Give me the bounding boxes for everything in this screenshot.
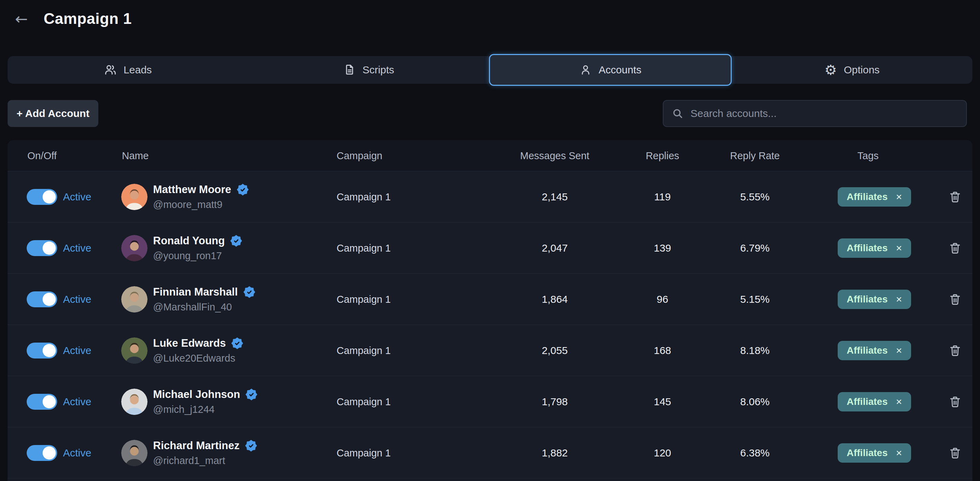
- tag-label: Affiliates: [847, 294, 888, 305]
- tag-label: Affiliates: [847, 345, 888, 356]
- campaign-cell: Campaign 1: [337, 325, 391, 376]
- status-label: Active: [63, 427, 91, 479]
- delete-account-button[interactable]: [943, 222, 967, 274]
- toggle-knob: [43, 241, 56, 255]
- table-row: Active Luke Edwards @Luke20Edwards Campa…: [8, 325, 972, 376]
- tab-label: Accounts: [599, 64, 641, 76]
- column-header-tags: Tags: [858, 140, 878, 171]
- replies-cell: 145: [628, 376, 697, 427]
- delete-account-button[interactable]: [943, 325, 967, 376]
- tags-cell: Affiliates ×: [838, 238, 911, 258]
- verified-badge-icon: [245, 440, 257, 452]
- table-row: Active Richard Martinez @richard1_mart C…: [8, 427, 972, 479]
- remove-tag-icon[interactable]: ×: [896, 192, 902, 202]
- tab-accounts[interactable]: Accounts: [489, 54, 732, 86]
- tag-chip[interactable]: Affiliates ×: [838, 341, 911, 360]
- search-icon: [672, 108, 684, 119]
- column-header-name: Name: [122, 140, 148, 171]
- avatar-image: [121, 235, 148, 261]
- remove-tag-icon[interactable]: ×: [896, 448, 902, 458]
- account-handle: @Luke20Edwards: [153, 352, 243, 364]
- tags-cell: Affiliates ×: [838, 290, 911, 309]
- campaign-cell: Campaign 1: [337, 274, 391, 325]
- replies-cell: 139: [628, 222, 697, 274]
- tag-chip[interactable]: Affiliates ×: [838, 238, 911, 258]
- avatar-image: [121, 389, 148, 415]
- avatar-image: [121, 286, 148, 313]
- trash-icon: [948, 344, 962, 357]
- status-label: Active: [63, 376, 91, 427]
- tag-chip[interactable]: Affiliates ×: [838, 443, 911, 463]
- reply-rate-cell: 6.38%: [713, 427, 797, 479]
- messages-sent-cell: 2,047: [500, 222, 610, 274]
- document-icon: [343, 63, 356, 76]
- messages-sent-cell: 1,882: [500, 427, 610, 479]
- remove-tag-icon[interactable]: ×: [896, 243, 902, 253]
- messages-sent-cell: 1,798: [500, 376, 610, 427]
- active-toggle[interactable]: [27, 240, 57, 256]
- account-name: Matthew Moore: [153, 183, 231, 196]
- tag-label: Affiliates: [847, 243, 888, 254]
- verified-badge-icon: [231, 337, 243, 349]
- tag-chip[interactable]: Affiliates ×: [838, 290, 911, 309]
- avatar: [121, 286, 148, 313]
- delete-account-button[interactable]: [943, 427, 967, 479]
- trash-icon: [948, 292, 962, 306]
- users-icon: [104, 63, 117, 76]
- account-name: Ronald Young: [153, 235, 225, 247]
- account-identity: Richard Martinez @richard1_mart: [153, 427, 257, 479]
- trash-icon: [948, 241, 962, 255]
- delete-account-button[interactable]: [943, 171, 967, 222]
- tags-cell: Affiliates ×: [838, 187, 911, 206]
- messages-sent-cell: 2,055: [500, 325, 610, 376]
- replies-cell: 119: [628, 171, 697, 222]
- tag-label: Affiliates: [847, 448, 888, 459]
- tag-chip[interactable]: Affiliates ×: [838, 187, 911, 206]
- tab-label: Leads: [124, 64, 152, 76]
- avatar: [121, 184, 148, 210]
- add-account-button[interactable]: + Add Account: [8, 100, 99, 127]
- tag-label: Affiliates: [847, 191, 888, 202]
- search-input[interactable]: [690, 108, 958, 119]
- remove-tag-icon[interactable]: ×: [896, 345, 902, 356]
- toggle-knob: [43, 446, 56, 460]
- replies-cell: 168: [628, 325, 697, 376]
- tab-leads[interactable]: Leads: [8, 56, 248, 84]
- campaign-cell: Campaign 1: [337, 171, 391, 222]
- active-toggle[interactable]: [27, 343, 57, 359]
- campaign-cell: Campaign 1: [337, 376, 391, 427]
- tag-label: Affiliates: [847, 396, 888, 407]
- toggle-knob: [43, 293, 56, 306]
- delete-account-button[interactable]: [943, 376, 967, 427]
- account-identity: Luke Edwards @Luke20Edwards: [153, 325, 243, 376]
- active-toggle[interactable]: [27, 291, 57, 307]
- page-header: ← Campaign 1: [13, 10, 132, 28]
- gear-icon: ⚙: [824, 63, 837, 76]
- avatar-image: [121, 337, 148, 364]
- tab-label: Options: [844, 64, 880, 76]
- messages-sent-cell: 1,864: [500, 274, 610, 325]
- account-identity: Ronald Young @young_ron17: [153, 222, 242, 274]
- account-handle: @MarshallFin_40: [153, 302, 255, 313]
- active-toggle[interactable]: [27, 394, 57, 410]
- status-label: Active: [63, 171, 91, 222]
- active-toggle[interactable]: [27, 445, 57, 461]
- remove-tag-icon[interactable]: ×: [896, 294, 902, 305]
- avatar: [121, 389, 148, 415]
- account-name: Luke Edwards: [153, 337, 226, 349]
- tab-options[interactable]: ⚙ Options: [732, 56, 972, 84]
- reply-rate-cell: 6.79%: [713, 222, 797, 274]
- avatar: [121, 337, 148, 364]
- toggle-knob: [43, 344, 56, 357]
- account-handle: @mich_j1244: [153, 404, 257, 415]
- tab-scripts[interactable]: Scripts: [248, 56, 489, 84]
- status-label: Active: [63, 274, 91, 325]
- delete-account-button[interactable]: [943, 274, 967, 325]
- active-toggle[interactable]: [27, 189, 57, 205]
- remove-tag-icon[interactable]: ×: [896, 397, 902, 407]
- account-identity: Finnian Marshall @MarshallFin_40: [153, 274, 255, 325]
- table-body: Active Matthew Moore @moore_matt9 Campai…: [8, 171, 972, 479]
- back-button[interactable]: ←: [13, 10, 30, 28]
- tag-chip[interactable]: Affiliates ×: [838, 392, 911, 411]
- column-header-onoff: On/Off: [27, 140, 57, 171]
